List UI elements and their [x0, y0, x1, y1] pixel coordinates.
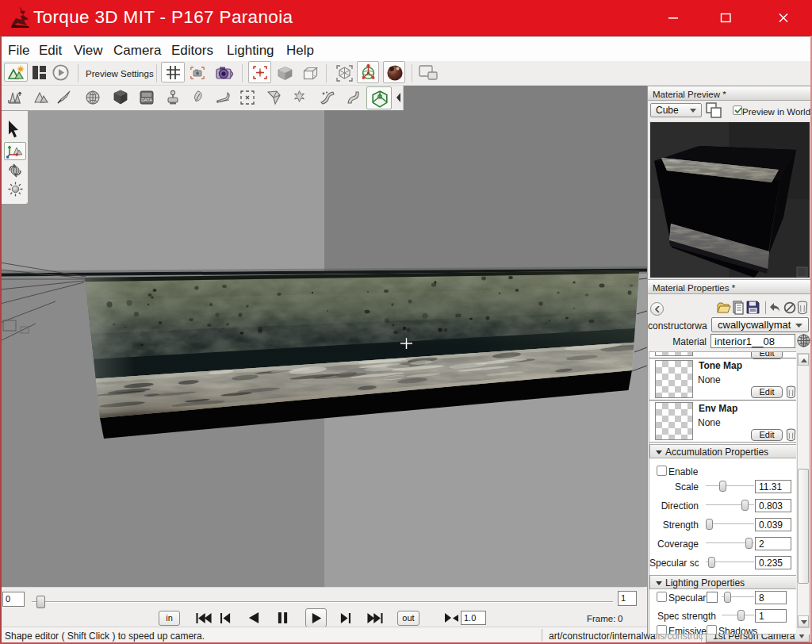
svg-text:DATA: DATA	[141, 98, 152, 102]
